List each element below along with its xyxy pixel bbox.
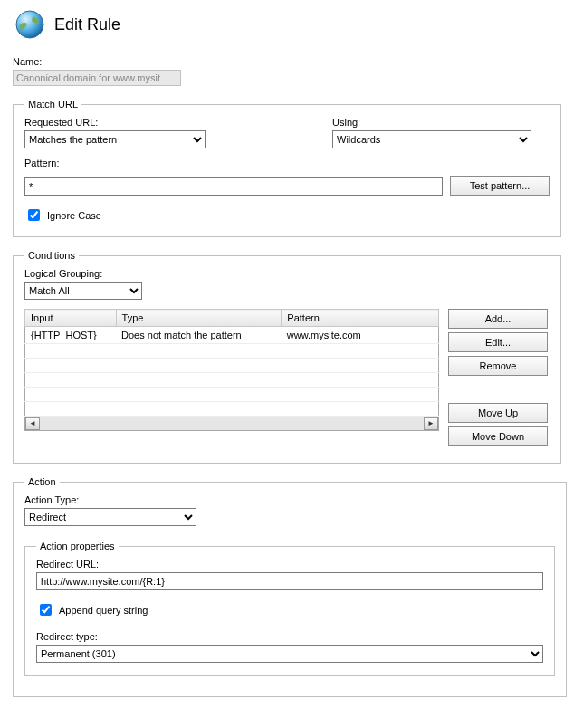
using-select[interactable]: Wildcards bbox=[332, 130, 531, 148]
move-down-button[interactable]: Move Down bbox=[448, 426, 548, 446]
using-label: Using: bbox=[332, 117, 550, 128]
table-row bbox=[25, 359, 439, 373]
col-type: Type bbox=[116, 310, 282, 327]
redirect-url-input[interactable] bbox=[36, 572, 543, 590]
match-url-legend: Match URL bbox=[24, 99, 81, 110]
append-query-checkbox[interactable] bbox=[40, 604, 52, 616]
page-title: Edit Rule bbox=[54, 15, 120, 34]
col-pattern: Pattern bbox=[282, 310, 439, 327]
requested-url-select[interactable]: Matches the pattern bbox=[24, 130, 206, 148]
name-label: Name: bbox=[13, 56, 561, 67]
logical-grouping-select[interactable]: Match All bbox=[24, 282, 142, 300]
name-input[interactable] bbox=[13, 70, 181, 86]
page-header: Edit Rule bbox=[13, 7, 561, 42]
pattern-input[interactable] bbox=[24, 177, 443, 196]
horizontal-scrollbar[interactable]: ◄ ► bbox=[24, 417, 439, 431]
append-query-label: Append query string bbox=[59, 605, 148, 616]
cell-pattern: www.mysite.com bbox=[282, 327, 439, 344]
edit-button[interactable]: Edit... bbox=[448, 332, 548, 352]
pattern-label: Pattern: bbox=[24, 158, 550, 168]
conditions-table[interactable]: Input Type Pattern {HTTP_HOST} Does not … bbox=[24, 309, 439, 417]
redirect-type-select[interactable]: Permanent (301) bbox=[36, 645, 543, 663]
globe-icon bbox=[13, 7, 47, 42]
svg-point-0 bbox=[16, 11, 43, 38]
table-row bbox=[25, 344, 439, 359]
test-pattern-button[interactable]: Test pattern... bbox=[450, 176, 550, 196]
ignore-case-label: Ignore Case bbox=[47, 210, 101, 221]
table-row[interactable]: {HTTP_HOST} Does not match the pattern w… bbox=[25, 327, 439, 344]
table-row bbox=[25, 373, 439, 388]
add-button[interactable]: Add... bbox=[448, 309, 548, 329]
conditions-legend: Conditions bbox=[24, 250, 79, 261]
action-legend: Action bbox=[24, 476, 60, 487]
scroll-left-icon[interactable]: ◄ bbox=[25, 417, 40, 430]
redirect-url-label: Redirect URL: bbox=[36, 559, 543, 570]
match-url-group: Match URL Requested URL: Matches the pat… bbox=[13, 99, 561, 237]
action-group: Action Action Type: Redirect Action prop… bbox=[13, 476, 567, 697]
action-properties-group: Action properties Redirect URL: Append q… bbox=[24, 541, 555, 676]
action-type-label: Action Type: bbox=[24, 494, 555, 505]
redirect-type-label: Redirect type: bbox=[36, 631, 543, 642]
table-row bbox=[25, 402, 439, 417]
remove-button[interactable]: Remove bbox=[448, 356, 548, 376]
action-type-select[interactable]: Redirect bbox=[24, 508, 196, 526]
scroll-right-icon[interactable]: ► bbox=[424, 417, 438, 430]
table-row bbox=[25, 388, 439, 402]
table-header-row: Input Type Pattern bbox=[25, 310, 439, 327]
conditions-group: Conditions Logical Grouping: Match All I… bbox=[13, 250, 561, 464]
cell-type: Does not match the pattern bbox=[116, 327, 282, 344]
cell-input: {HTTP_HOST} bbox=[25, 327, 117, 344]
move-up-button[interactable]: Move Up bbox=[448, 403, 548, 423]
logical-grouping-label: Logical Grouping: bbox=[24, 268, 550, 279]
action-properties-legend: Action properties bbox=[36, 541, 119, 551]
requested-url-label: Requested URL: bbox=[24, 117, 332, 128]
col-input: Input bbox=[25, 310, 117, 327]
ignore-case-checkbox[interactable] bbox=[28, 209, 40, 221]
